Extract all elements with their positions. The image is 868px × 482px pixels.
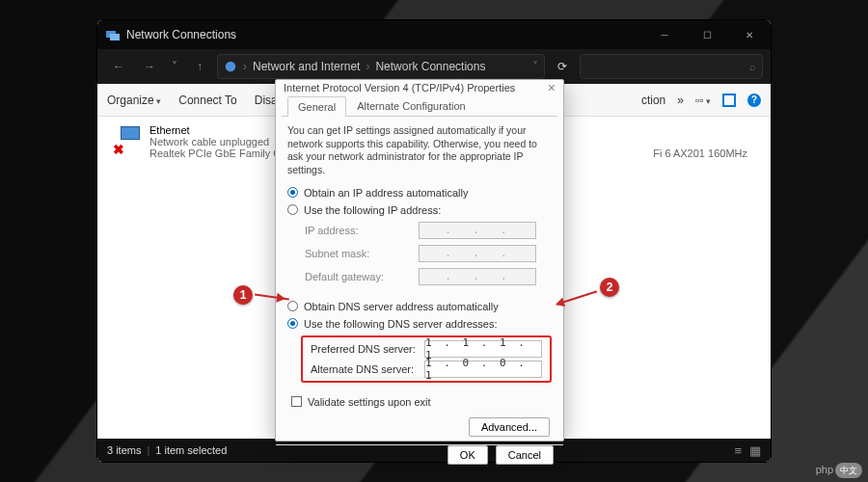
connect-to-button[interactable]: Connect To <box>178 94 237 107</box>
close-button[interactable]: ✕ <box>728 20 771 49</box>
svg-rect-1 <box>110 34 120 40</box>
alternate-dns-label: Alternate DNS server: <box>311 363 417 375</box>
overflow-button[interactable]: » <box>677 94 684 107</box>
view-options[interactable]: ▫▫ <box>695 94 711 107</box>
recent-dropdown[interactable]: ˅ <box>167 53 182 80</box>
ip-address-input: . . . <box>419 222 536 239</box>
ip-address-label: IP address: <box>305 225 411 236</box>
breadcrumb[interactable]: › Network and Internet › Network Connect… <box>217 54 545 79</box>
status-selected: 1 item selected <box>155 444 227 456</box>
gateway-label: Default gateway: <box>305 271 411 282</box>
dns-highlight-box: Preferred DNS server:1 . 1 . 1 . 1 Alter… <box>301 335 552 383</box>
tab-alternate[interactable]: Alternate Configuration <box>346 95 476 116</box>
wifi-adapter-label: Fi 6 AX201 160MHz <box>653 147 747 159</box>
subnet-input: . . . <box>419 245 536 262</box>
ok-button[interactable]: OK <box>448 445 488 465</box>
dialog-tabs: General Alternate Configuration <box>282 95 557 117</box>
alternate-dns-input[interactable]: 1 . 0 . 0 . 1 <box>424 361 542 378</box>
ethernet-icon: ✖ <box>111 124 144 153</box>
radio-dns-auto[interactable]: Obtain DNS server address automatically <box>287 301 552 312</box>
dialog-close-button[interactable]: × <box>548 80 556 95</box>
refresh-button[interactable]: ⟳ <box>549 60 576 73</box>
network-icon <box>105 27 121 42</box>
breadcrumb-part[interactable]: Network Connections <box>375 60 485 73</box>
globe-icon <box>224 60 237 73</box>
maximize-button[interactable]: ☐ <box>686 20 728 49</box>
watermark: php中文 <box>816 463 862 478</box>
radio-icon <box>287 204 298 215</box>
preferred-dns-label: Preferred DNS server: <box>311 343 417 355</box>
radio-ip-auto[interactable]: Obtain an IP address automatically <box>287 187 552 199</box>
titlebar: Network Connections ─ ☐ ✕ <box>97 20 771 49</box>
dialog-description: You can get IP settings assigned automat… <box>287 124 552 177</box>
radio-icon <box>287 187 298 198</box>
subnet-label: Subnet mask: <box>305 248 411 259</box>
search-input[interactable]: ⌕ <box>580 54 763 79</box>
annotation-badge-2: 2 <box>600 278 619 297</box>
svg-point-2 <box>226 62 236 72</box>
validate-checkbox[interactable]: Validate settings upon exit <box>287 396 552 408</box>
radio-ip-manual[interactable]: Use the following IP address: <box>287 204 552 216</box>
organize-menu[interactable]: Organize <box>107 94 161 107</box>
cancel-button[interactable]: Cancel <box>496 445 554 465</box>
window-title: Network Connections <box>126 28 236 41</box>
dialog-title: Internet Protocol Version 4 (TCP/IPv4) P… <box>284 82 515 94</box>
view-tiles-icon[interactable]: ▦ <box>749 443 761 458</box>
forward-button[interactable]: → <box>136 53 163 80</box>
truncated-action[interactable]: ction <box>641 94 665 107</box>
annotation-badge-1: 1 <box>233 285 253 305</box>
up-button[interactable]: ↑ <box>186 53 213 80</box>
advanced-button[interactable]: Advanced... <box>469 417 550 437</box>
back-button[interactable]: ← <box>105 53 132 80</box>
status-item-count: 3 items <box>107 444 141 456</box>
radio-dns-manual[interactable]: Use the following DNS server addresses: <box>287 318 552 330</box>
radio-icon <box>287 318 298 329</box>
checkbox-icon <box>291 396 302 407</box>
tab-general[interactable]: General <box>287 96 346 117</box>
breadcrumb-part[interactable]: Network and Internet <box>253 60 360 73</box>
ipv4-properties-dialog: Internet Protocol Version 4 (TCP/IPv4) P… <box>275 79 564 442</box>
dialog-titlebar: Internet Protocol Version 4 (TCP/IPv4) P… <box>276 80 563 95</box>
preferred-dns-input[interactable]: 1 . 1 . 1 . 1 <box>424 340 542 358</box>
minimize-button[interactable]: ─ <box>643 20 686 49</box>
help-button[interactable]: ? <box>747 94 761 107</box>
preview-pane-button[interactable] <box>722 94 736 107</box>
dialog-footer: OK Cancel <box>276 444 563 465</box>
gateway-input: . . . <box>419 268 536 285</box>
view-details-icon[interactable]: ≡ <box>734 443 742 458</box>
